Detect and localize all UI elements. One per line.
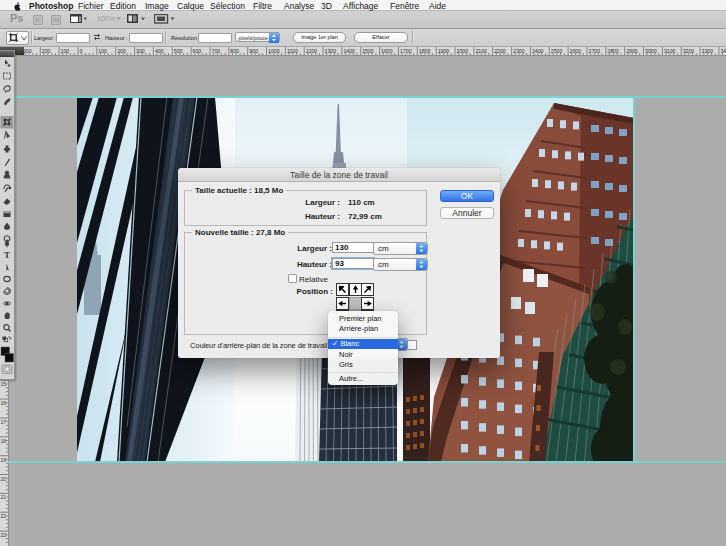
svg-text:1900: 1900 <box>438 48 450 54</box>
svg-text:800: 800 <box>230 48 239 54</box>
svg-text:1800: 1800 <box>419 48 431 54</box>
svg-text:2500: 2500 <box>551 48 563 54</box>
svg-text:200: 200 <box>117 48 126 54</box>
svg-text:2400: 2400 <box>532 48 544 54</box>
svg-text:23: 23 <box>1 532 7 538</box>
svg-text:18: 18 <box>1 438 7 444</box>
svg-text:1200: 1200 <box>306 48 318 54</box>
svg-text:3200: 3200 <box>683 48 695 54</box>
svg-text:600: 600 <box>193 48 202 54</box>
svg-text:2800: 2800 <box>607 48 619 54</box>
svg-text:1700: 1700 <box>400 48 412 54</box>
svg-text:0: 0 <box>80 48 83 54</box>
svg-text:1300: 1300 <box>325 48 337 54</box>
svg-text:21: 21 <box>1 494 7 500</box>
svg-text:3000: 3000 <box>645 48 657 54</box>
svg-text:20: 20 <box>1 476 7 482</box>
svg-text:1400: 1400 <box>343 48 355 54</box>
svg-text:T: T <box>4 250 10 260</box>
svg-text:1100: 1100 <box>287 48 298 54</box>
svg-text:1600: 1600 <box>381 48 393 54</box>
svg-text:3300: 3300 <box>702 48 714 54</box>
svg-text:2000: 2000 <box>457 48 469 54</box>
svg-text:300: 300 <box>23 48 32 54</box>
svg-text:200: 200 <box>42 48 51 54</box>
svg-text:3400: 3400 <box>720 48 726 54</box>
svg-text:19: 19 <box>1 457 7 463</box>
svg-text:2300: 2300 <box>513 48 525 54</box>
svg-text:3100: 3100 <box>664 48 676 54</box>
svg-text:100: 100 <box>98 48 107 54</box>
svg-text:22: 22 <box>1 513 7 519</box>
svg-text:500: 500 <box>174 48 183 54</box>
svg-text:1000: 1000 <box>268 48 280 54</box>
svg-text:900: 900 <box>249 48 258 54</box>
svg-text:2700: 2700 <box>589 48 601 54</box>
svg-text:100: 100 <box>61 48 70 54</box>
svg-text:16: 16 <box>1 400 7 406</box>
svg-text:300: 300 <box>136 48 145 54</box>
svg-text:2600: 2600 <box>570 48 582 54</box>
svg-text:2900: 2900 <box>626 48 638 54</box>
svg-text:15: 15 <box>1 381 7 387</box>
svg-text:1500: 1500 <box>362 48 374 54</box>
svg-text:17: 17 <box>1 419 7 425</box>
svg-text:400: 400 <box>155 48 164 54</box>
svg-text:700: 700 <box>212 48 221 54</box>
svg-text:2100: 2100 <box>475 48 487 54</box>
svg-text:2200: 2200 <box>494 48 506 54</box>
